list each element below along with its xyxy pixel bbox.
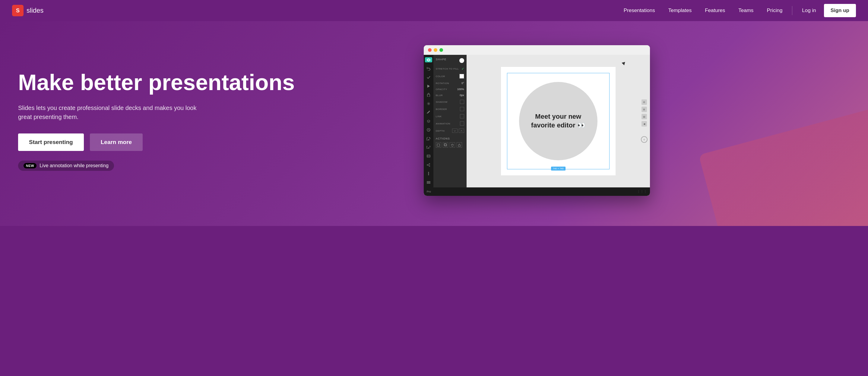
sidebar-icon-dots[interactable]: [425, 171, 432, 176]
editor-canvas: Meet your new favorite editor 👀 740 × 74…: [467, 55, 650, 187]
svg-point-11: [428, 172, 429, 173]
border-row[interactable]: BORDER: [436, 106, 464, 112]
shadow-toggle[interactable]: [460, 100, 464, 104]
sidebar-icon-share[interactable]: [425, 162, 432, 168]
animation-toggle[interactable]: [460, 122, 464, 126]
learn-more-button[interactable]: Learn more: [90, 133, 143, 151]
canvas-tool-layout[interactable]: ▤: [642, 114, 647, 119]
sidebar-icon-lock[interactable]: [425, 92, 432, 97]
nav-templates[interactable]: Templates: [662, 0, 698, 21]
new-badge: NEW: [24, 163, 36, 168]
hero-right: SHAPE STRETCH TO FILL ✓ COLOR ROTAT: [424, 45, 850, 196]
stretch-to-fill-row: STRETCH TO FILL ✓: [436, 66, 464, 71]
svg-point-2: [428, 103, 429, 104]
nav-auth: Log in Sign up: [795, 0, 856, 21]
nav-features[interactable]: Features: [698, 0, 732, 21]
svg-point-7: [429, 165, 430, 166]
color-row[interactable]: COLOR: [436, 73, 464, 79]
animation-row[interactable]: ANIMATION: [436, 121, 464, 126]
panel-shape-title: SHAPE: [436, 58, 447, 61]
sidebar-icon-undo[interactable]: [425, 66, 432, 71]
nav-links: Presentations Templates Features Teams P…: [617, 0, 856, 21]
bottom-bar-menu-icon[interactable]: ⋮⋮⋮: [637, 190, 647, 194]
depth-up[interactable]: [459, 129, 464, 133]
new-badge-text: Live annotation while presenting: [39, 163, 108, 168]
blur-row: BLUR 0px: [436, 93, 464, 97]
start-presenting-button[interactable]: Start presenting: [18, 133, 84, 151]
slide-circle: Meet your new favorite editor 👀: [519, 82, 597, 160]
hero-subtitle: Slides lets you create professional slid…: [18, 103, 199, 122]
nav-pricing[interactable]: Pricing: [760, 0, 789, 21]
logo-text: slides: [27, 7, 43, 14]
navbar: S slides Presentations Templates Feature…: [0, 0, 868, 21]
size-label: 740 × 740: [551, 167, 565, 171]
svg-rect-17: [437, 144, 440, 146]
editor-window: SHAPE STRETCH TO FILL ✓ COLOR ROTAT: [424, 45, 650, 196]
sidebar-icon-play[interactable]: [425, 83, 432, 89]
new-badge-row: NEW Live annotation while presenting: [18, 161, 114, 171]
nav-teams[interactable]: Teams: [732, 0, 760, 21]
sidebar-icon-check[interactable]: [425, 75, 432, 80]
sidebar-icon-cloud-up[interactable]: [425, 136, 432, 141]
action-trash[interactable]: [450, 142, 455, 148]
canvas-slide: Meet your new favorite editor 👀 740 × 74…: [501, 67, 616, 175]
svg-point-13: [428, 174, 429, 175]
login-button[interactable]: Log in: [795, 0, 823, 21]
cursor-indicator: [622, 61, 626, 65]
nav-presentations[interactable]: Presentations: [617, 0, 662, 21]
canvas-tool-grid[interactable]: ⊞: [642, 107, 647, 112]
border-toggle[interactable]: [460, 107, 464, 111]
logo-link[interactable]: S slides: [12, 5, 43, 16]
traffic-light-yellow[interactable]: [434, 48, 437, 52]
traffic-light-red[interactable]: [428, 48, 432, 52]
actions-title: ACTIONS: [436, 137, 450, 140]
shadow-row[interactable]: SHADOW: [436, 99, 464, 105]
logo-icon: S: [12, 5, 24, 16]
link-row[interactable]: LINK: [436, 113, 464, 119]
sidebar-panel: SHAPE STRETCH TO FILL ✓ COLOR ROTAT: [433, 55, 467, 187]
sidebar-icon-clock[interactable]: [425, 128, 432, 133]
sidebar-icon-layers[interactable]: [425, 118, 432, 124]
sidebar-icon-pencil[interactable]: [425, 110, 432, 115]
nav-divider: [792, 6, 792, 15]
sidebar-icon-image[interactable]: [425, 153, 432, 159]
opacity-row: OPACITY 100%: [436, 87, 464, 91]
svg-point-8: [427, 165, 428, 165]
canvas-add-element[interactable]: +: [641, 136, 648, 143]
depth-row: DEPTH: [436, 128, 464, 133]
sidebar-icon-cloud-down[interactable]: [425, 145, 432, 150]
rotation-row: ROTATION 0°: [436, 81, 464, 85]
action-expand[interactable]: [436, 142, 441, 148]
canvas-right-tools: ⚙ ⊞ ▤ ◀ +: [641, 99, 648, 143]
action-lock[interactable]: [457, 142, 462, 148]
hero-section: Make better presentations Slides lets yo…: [0, 21, 868, 226]
svg-line-10: [428, 165, 429, 166]
slide-text: Meet your new favorite editor 👀: [519, 106, 597, 136]
hero-buttons: Start presenting Learn more: [18, 133, 406, 151]
hero-title: Make better presentations: [18, 70, 406, 95]
logo-letter: S: [16, 7, 20, 14]
sidebar-icon-menu[interactable]: [425, 180, 432, 185]
traffic-light-green[interactable]: [439, 48, 443, 52]
editor-body: SHAPE STRETCH TO FILL ✓ COLOR ROTAT: [424, 55, 650, 187]
svg-point-0: [428, 59, 429, 60]
bottom-bar-pro: Pro: [427, 190, 431, 193]
canvas-tool-settings[interactable]: ⚙: [642, 99, 647, 105]
shape-preview-circle: [459, 58, 464, 63]
link-toggle[interactable]: [460, 114, 464, 118]
signup-button[interactable]: Sign up: [824, 4, 856, 17]
editor-bottom-bar: Pro ⋮⋮⋮: [424, 187, 650, 196]
window-titlebar: [424, 45, 650, 55]
sidebar-icon-settings[interactable]: [425, 101, 432, 106]
depth-down[interactable]: [452, 129, 458, 133]
hero-left: Make better presentations Slides lets yo…: [18, 70, 424, 171]
editor-properties-sidebar: SHAPE STRETCH TO FILL ✓ COLOR ROTAT: [433, 55, 467, 187]
action-copy[interactable]: [443, 142, 448, 148]
svg-line-9: [428, 164, 429, 165]
canvas-tool-collapse[interactable]: ◀: [642, 121, 647, 127]
svg-point-6: [429, 163, 430, 164]
color-swatch[interactable]: [459, 74, 464, 79]
svg-rect-1: [427, 94, 430, 97]
sidebar-icon-eye[interactable]: [425, 57, 432, 62]
svg-rect-20: [458, 145, 460, 147]
